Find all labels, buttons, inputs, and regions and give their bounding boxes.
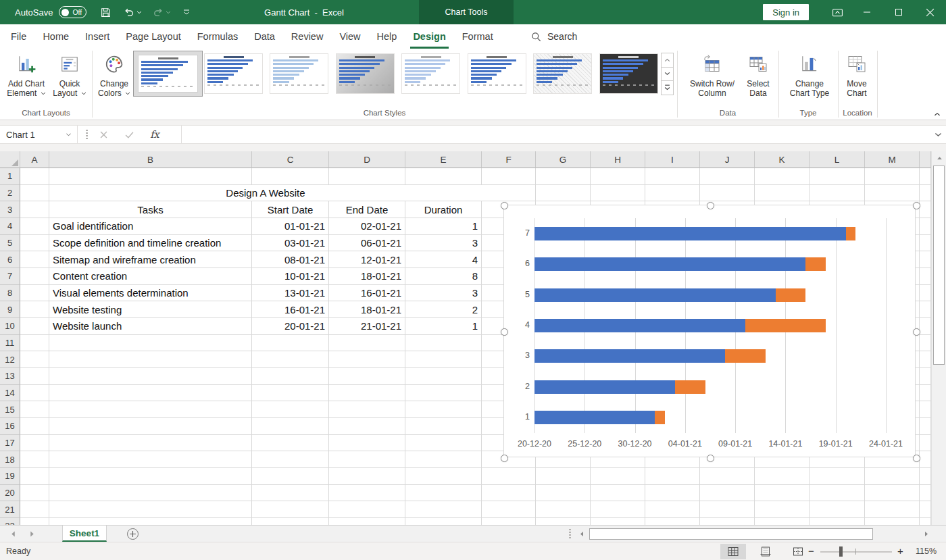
cell-B4[interactable]: Goal identification [49, 218, 252, 235]
cell-G22[interactable] [536, 518, 591, 525]
scroll-left-icon[interactable] [576, 526, 588, 541]
cell-D8[interactable]: 16-01-21 [329, 285, 405, 302]
cell-M19[interactable] [865, 468, 920, 485]
row-header-16[interactable]: 16 [0, 418, 20, 435]
cell-E5[interactable]: 3 [405, 235, 482, 252]
cell-G21[interactable] [536, 501, 591, 518]
cell-J19[interactable] [700, 468, 755, 485]
cell-n11[interactable] [920, 335, 931, 352]
cell-E13[interactable] [405, 368, 482, 385]
cell-E9[interactable]: 2 [405, 301, 482, 318]
cell-title-merged[interactable]: Design A Website [49, 185, 482, 202]
chart-selection-handle[interactable] [913, 202, 920, 209]
chart-style-7[interactable] [533, 53, 592, 94]
column-header-i[interactable]: I [645, 151, 700, 168]
cell-D1[interactable] [329, 168, 405, 185]
cell-A3[interactable] [20, 201, 49, 218]
cell-C22[interactable] [252, 518, 329, 525]
column-header-a[interactable]: A [20, 151, 49, 168]
cell-I21[interactable] [645, 501, 700, 518]
row-header-19[interactable]: 19 [0, 468, 20, 485]
cell-E15[interactable] [405, 401, 482, 418]
cell-B21[interactable] [49, 501, 252, 518]
cell-A16[interactable] [20, 418, 49, 435]
cell-I2[interactable] [645, 185, 700, 202]
cell-B20[interactable] [49, 485, 252, 502]
cell-D11[interactable] [329, 335, 405, 352]
cell-n6[interactable] [920, 251, 931, 268]
scroll-right-icon[interactable] [920, 526, 932, 541]
name-box-dropdown-icon[interactable] [66, 133, 72, 136]
cell-E1[interactable] [405, 168, 482, 185]
cell-C6[interactable]: 08-01-21 [252, 251, 329, 268]
cell-H22[interactable] [591, 518, 645, 525]
zoom-level[interactable]: 115% [907, 546, 937, 556]
cell-C19[interactable] [252, 468, 329, 485]
select-all-corner[interactable] [0, 151, 20, 168]
ribbon-tab-page-layout[interactable]: Page Layout [118, 24, 189, 49]
cell-D15[interactable] [329, 401, 405, 418]
cell-B13[interactable] [49, 368, 252, 385]
row-header-4[interactable]: 4 [0, 218, 20, 235]
row-header-11[interactable]: 11 [0, 335, 20, 352]
zoom-slider-track[interactable] [820, 551, 892, 553]
cell-E19[interactable] [405, 468, 482, 485]
column-header-k[interactable]: K [755, 151, 810, 168]
cell-n2[interactable] [920, 185, 931, 202]
cell-M2[interactable] [865, 185, 920, 202]
sheet-nav-right-icon[interactable] [23, 526, 41, 542]
ribbon-tab-format[interactable]: Format [454, 24, 501, 49]
cell-E22[interactable] [405, 518, 482, 525]
new-sheet-button[interactable] [127, 528, 139, 540]
cell-C14[interactable] [252, 385, 329, 402]
maximize-button[interactable] [882, 0, 914, 24]
cell-C5[interactable]: 03-01-21 [252, 235, 329, 252]
cell-n4[interactable] [920, 218, 931, 235]
chart-selection-handle[interactable] [913, 328, 920, 336]
cell-B10[interactable]: Website launch [49, 318, 252, 335]
chart-style-8[interactable] [599, 53, 658, 94]
cell-G19[interactable] [536, 468, 591, 485]
chart-selection-handle[interactable] [501, 455, 508, 462]
cell-n10[interactable] [920, 318, 931, 335]
column-header-f[interactable]: F [482, 151, 536, 168]
scroll-up-icon[interactable] [932, 151, 946, 165]
cell-D9[interactable]: 18-01-21 [329, 301, 405, 318]
cell-B8[interactable]: Visual elements determination [49, 285, 252, 302]
cell-D21[interactable] [329, 501, 405, 518]
cell-D13[interactable] [329, 368, 405, 385]
cell-B3[interactable]: Tasks [49, 201, 252, 218]
ribbon-tab-data[interactable]: Data [246, 24, 283, 49]
cell-E7[interactable]: 8 [405, 268, 482, 285]
cell-B14[interactable] [49, 385, 252, 402]
cell-B19[interactable] [49, 468, 252, 485]
cell-E10[interactable]: 1 [405, 318, 482, 335]
ribbon-tab-home[interactable]: Home [34, 24, 77, 49]
vertical-scrollbar[interactable] [931, 151, 946, 536]
ribbon-tab-insert[interactable]: Insert [77, 24, 118, 49]
row-header-2[interactable]: 2 [0, 185, 20, 202]
cell-I1[interactable] [645, 168, 700, 185]
cell-A4[interactable] [20, 218, 49, 235]
cell-A9[interactable] [20, 301, 49, 318]
cell-L22[interactable] [810, 518, 865, 525]
cell-n15[interactable] [920, 401, 931, 418]
vertical-scrollbar-thumb[interactable] [933, 166, 945, 365]
cell-A12[interactable] [20, 351, 49, 368]
cell-K22[interactable] [755, 518, 810, 525]
minimize-button[interactable] [851, 0, 882, 24]
cell-n22[interactable] [920, 518, 931, 525]
cell-J20[interactable] [700, 485, 755, 502]
cell-H1[interactable] [591, 168, 645, 185]
cell-n16[interactable] [920, 418, 931, 435]
cell-B5[interactable]: Scope definition and timeline creation [49, 235, 252, 252]
ribbon-tab-review[interactable]: Review [283, 24, 332, 49]
cell-C9[interactable]: 16-01-21 [252, 301, 329, 318]
column-header-g[interactable]: G [536, 151, 591, 168]
name-box[interactable]: Chart 1 [0, 126, 78, 143]
gallery-up-icon[interactable] [661, 53, 674, 68]
cell-n18[interactable] [920, 451, 931, 468]
chart-style-1[interactable] [133, 51, 203, 97]
close-button[interactable] [914, 0, 946, 24]
cell-K20[interactable] [755, 485, 810, 502]
